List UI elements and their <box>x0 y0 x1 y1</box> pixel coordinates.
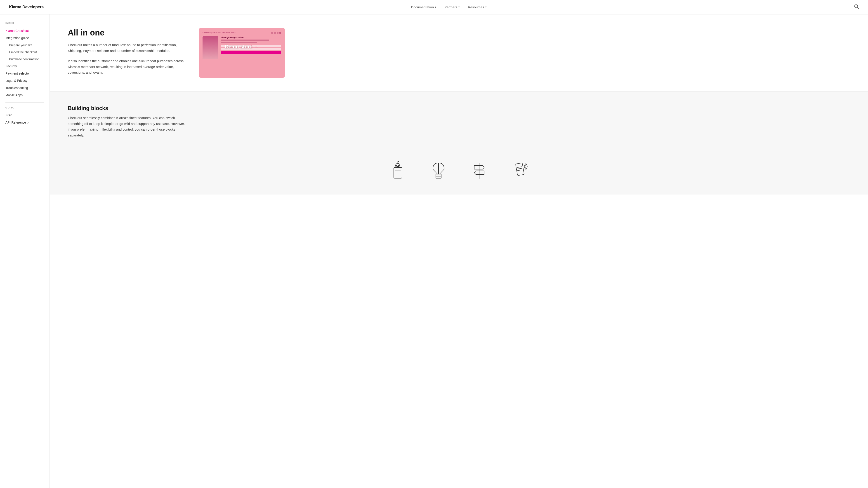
sidebar-item-purchase-confirmation[interactable]: Purchase confirmation <box>0 56 50 63</box>
sidebar-item-prepare-your-site[interactable]: Prepare your site <box>0 41 50 48</box>
svg-rect-17 <box>516 163 524 175</box>
sidebar-divider <box>5 102 44 103</box>
sidebar-item-troubleshooting[interactable]: Troubleshooting <box>0 84 50 92</box>
phone-icon <box>511 161 529 181</box>
nav-resources[interactable]: Resources ▾ <box>468 5 487 9</box>
sidebar-item-sdk[interactable]: SDK <box>0 111 50 119</box>
sidebar: INDEX Klarna Checkout Integration guide … <box>0 14 50 488</box>
svg-line-1 <box>857 7 859 9</box>
chevron-down-icon: ▾ <box>485 6 487 8</box>
sidebar-item-security[interactable]: Security <box>0 63 50 70</box>
sidebar-item-mobile-apps[interactable]: Mobile Apps <box>0 92 50 99</box>
sidebar-item-integration-guide[interactable]: Integration guide <box>0 34 50 41</box>
product-image <box>203 36 218 59</box>
external-link-icon: ↗ <box>27 121 29 124</box>
page-layout: INDEX Klarna Checkout Integration guide … <box>0 14 868 488</box>
signpost-icon <box>470 161 488 181</box>
svg-line-11 <box>433 169 438 174</box>
nav-documentation[interactable]: Documentation ▾ <box>411 5 436 9</box>
sidebar-item-payment-selector[interactable]: Payment selector <box>0 70 50 77</box>
chevron-down-icon: ▾ <box>458 6 460 8</box>
sidebar-item-api-reference[interactable]: API Reference ↗ <box>0 119 50 126</box>
svg-line-18 <box>518 167 522 167</box>
nav-partners[interactable]: Partners ▾ <box>444 5 460 9</box>
icon-deploy <box>430 161 447 181</box>
sidebar-index-label: INDEX <box>0 22 50 24</box>
hero-text: All in one Checkout unites a number of m… <box>68 28 185 75</box>
browser-bar: Klarna Shop Favourites Showcase About <box>203 32 281 34</box>
demo-store-label: Demo store → <box>225 44 258 50</box>
svg-point-5 <box>397 161 399 162</box>
sidebar-item-klarna-checkout[interactable]: Klarna Checkout <box>0 27 50 34</box>
svg-point-8 <box>396 165 397 166</box>
main-content: All in one Checkout unites a number of m… <box>50 14 868 488</box>
parachute-icon <box>430 161 447 181</box>
building-blocks-section: Building blocks Checkout seamlessly comb… <box>50 92 868 152</box>
svg-point-9 <box>399 165 399 166</box>
main-nav: Documentation ▾ Partners ▾ Resources ▾ <box>411 5 487 9</box>
sidebar-goto-label: GO TO <box>0 106 50 109</box>
icon-mobile <box>511 161 529 181</box>
icon-navigate <box>470 161 488 181</box>
header: Klarna.Developers Documentation ▾ Partne… <box>0 0 868 14</box>
arrow-icon: → <box>254 44 259 49</box>
icon-integration <box>389 161 407 181</box>
hero-title: All in one <box>68 28 185 37</box>
building-blocks-title: Building blocks <box>68 105 850 111</box>
building-blocks-description: Checkout seamlessly combines Klarna's fi… <box>68 115 185 138</box>
demo-store-card[interactable]: Klarna Shop Favourites Showcase About <box>199 28 285 78</box>
sidebar-item-embed-the-checkout[interactable]: Embed the checkout <box>0 48 50 56</box>
feature-icons-row <box>50 152 868 195</box>
svg-line-12 <box>439 169 444 174</box>
chevron-down-icon: ▾ <box>435 6 436 8</box>
logo[interactable]: Klarna.Developers <box>9 5 43 9</box>
svg-line-20 <box>518 170 522 170</box>
hero-description-2: It also identifies the customer and enab… <box>68 58 185 75</box>
hero-description-1: Checkout unites a number of modules: bou… <box>68 42 185 54</box>
search-icon[interactable] <box>854 4 859 10</box>
hero-section: All in one Checkout unites a number of m… <box>50 14 868 92</box>
sidebar-item-legal-privacy[interactable]: Legal & Privacy <box>0 77 50 84</box>
svg-line-19 <box>518 168 522 169</box>
robot-icon <box>389 161 407 181</box>
